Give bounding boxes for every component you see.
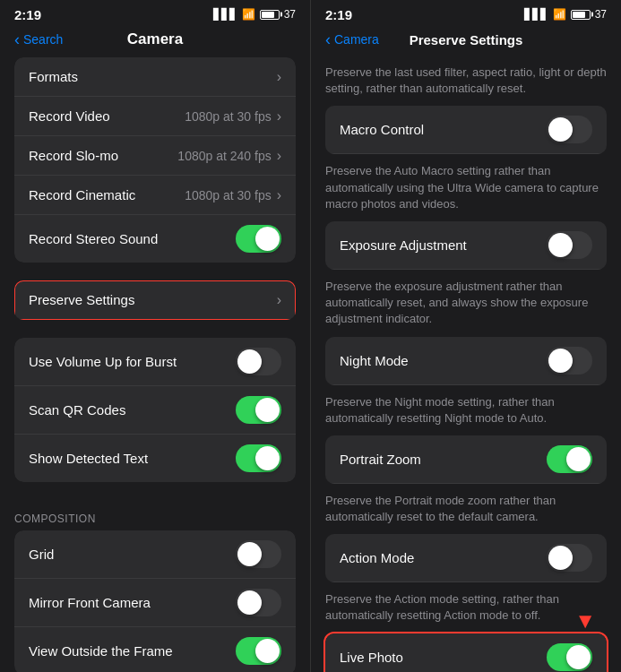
label-action-mode: Action Mode: [340, 550, 414, 565]
row-preserve-settings[interactable]: Preserve Settings ›: [14, 280, 296, 320]
status-bar-left: 2:19 ▋▋▋ 📶 37: [0, 0, 310, 25]
toggle-grid[interactable]: [236, 540, 281, 568]
row-action-mode[interactable]: Action Mode: [325, 534, 607, 582]
wifi-icon: 📶: [242, 8, 255, 21]
toggle-thumb-stereo: [255, 227, 280, 251]
value-record-cinematic: 1080p at 30 fps ›: [185, 187, 281, 203]
page-title-right: Preserve Settings: [410, 32, 523, 47]
status-icons-right: ▋▋▋ 📶 37: [524, 8, 607, 21]
status-time-right: 2:19: [325, 7, 352, 22]
value-preserve-settings: ›: [277, 292, 281, 308]
toggle-show-text[interactable]: [236, 444, 281, 472]
toggle-record-stereo[interactable]: [236, 225, 281, 253]
toggle-thumb-outside: [255, 639, 280, 663]
row-grid[interactable]: Grid: [14, 530, 296, 579]
value-record-slomo: 1080p at 240 fps ›: [177, 148, 281, 164]
toggle-exposure[interactable]: [547, 231, 592, 259]
chevron-record-slomo: ›: [277, 148, 281, 164]
battery-icon: [260, 10, 280, 20]
toggle-volume-burst[interactable]: [236, 348, 281, 375]
back-chevron-right: ‹: [325, 31, 331, 47]
toggle-action-mode[interactable]: [547, 544, 592, 572]
row-night-mode[interactable]: Night Mode: [325, 337, 607, 385]
row-portrait-zoom[interactable]: Portrait Zoom: [325, 435, 607, 484]
label-macro-control: Macro Control: [340, 122, 424, 137]
row-mirror-front[interactable]: Mirror Front Camera: [14, 579, 296, 627]
row-live-photo[interactable]: Live Photo: [325, 633, 607, 672]
toggle-thumb-portrait: [566, 447, 591, 471]
row-scan-qr[interactable]: Scan QR Codes: [14, 386, 296, 435]
toggle-thumb-grid: [237, 542, 262, 566]
section-action-mode: Action Mode: [325, 534, 607, 582]
row-record-video[interactable]: Record Video 1080p at 30 fps ›: [14, 97, 296, 136]
row-exposure[interactable]: Exposure Adjustment: [325, 221, 607, 270]
label-record-cinematic: Record Cinematic: [29, 187, 135, 202]
nav-bar-right: ‹ Camera Preserve Settings: [311, 25, 621, 57]
section-header-composition: COMPOSITION: [0, 500, 310, 530]
row-show-text[interactable]: Show Detected Text: [14, 435, 296, 482]
back-button-right[interactable]: ‹ Camera: [325, 31, 379, 47]
chevron-formats: ›: [277, 69, 281, 85]
signal-icon-right: ▋▋▋: [524, 8, 548, 21]
page-title-left: Camera: [127, 30, 183, 48]
toggle-mirror-front[interactable]: [236, 589, 281, 616]
battery-level-right: 37: [595, 8, 607, 21]
preserve-settings-scroll[interactable]: Preserve the last used filter, aspect ra…: [311, 57, 621, 672]
row-macro-control[interactable]: Macro Control: [325, 106, 607, 154]
toggle-portrait-zoom[interactable]: [547, 445, 592, 473]
section-night-mode: Night Mode: [325, 337, 607, 385]
label-portrait-zoom: Portrait Zoom: [340, 452, 421, 467]
signal-icon: ▋▋▋: [213, 8, 237, 21]
row-record-slomo[interactable]: Record Slo-mo 1080p at 240 fps ›: [14, 136, 296, 176]
toggle-thumb-qr: [255, 398, 280, 422]
label-show-text: Show Detected Text: [29, 451, 148, 466]
nav-bar-left: ‹ Search Camera: [0, 25, 310, 57]
battery-level-left: 37: [284, 8, 296, 21]
toggle-night-mode[interactable]: [547, 347, 592, 375]
left-panel: 2:19 ▋▋▋ 📶 37 ‹ Search Camera Formats ›: [0, 0, 310, 672]
toggle-thumb-burst: [237, 349, 262, 374]
wifi-icon-right: 📶: [553, 8, 566, 21]
value-record-video: 1080p at 30 fps ›: [185, 108, 281, 125]
right-panel: 2:19 ▋▋▋ 📶 37 ‹ Camera Preserve Settings…: [310, 0, 621, 672]
row-record-cinematic[interactable]: Record Cinematic 1080p at 30 fps ›: [14, 176, 296, 215]
label-live-photo: Live Photo: [340, 650, 403, 665]
chevron-record-cinematic: ›: [277, 187, 281, 203]
chevron-record-video: ›: [277, 108, 281, 125]
toggle-thumb-night: [548, 349, 573, 373]
status-time-left: 2:19: [14, 7, 41, 22]
toggle-view-outside[interactable]: [236, 637, 281, 665]
back-button-left[interactable]: ‹ Search: [14, 31, 63, 47]
section-macro-control: Macro Control: [325, 106, 607, 154]
row-label-formats: Formats: [29, 69, 78, 84]
row-record-stereo[interactable]: Record Stereo Sound: [14, 215, 296, 263]
label-view-outside: View Outside the Frame: [29, 643, 173, 659]
toggle-live-photo[interactable]: [547, 643, 592, 671]
battery-icon-right: [571, 10, 591, 20]
live-photo-wrap: ▼ Live Photo: [311, 633, 621, 672]
toggle-thumb-live: [566, 645, 591, 669]
group-composition: Grid Mirror Front Camera View Outside th…: [14, 530, 296, 672]
toggle-thumb-mirror: [237, 590, 262, 615]
label-record-stereo: Record Stereo Sound: [29, 231, 158, 246]
text-record-video: 1080p at 30 fps: [185, 109, 272, 124]
toggle-scan-qr[interactable]: [236, 396, 281, 424]
section-live-photo: Live Photo: [325, 633, 607, 672]
row-view-outside[interactable]: View Outside the Frame: [14, 627, 296, 672]
status-bar-right: 2:19 ▋▋▋ 📶 37: [311, 0, 621, 25]
label-exposure: Exposure Adjustment: [340, 237, 467, 253]
group-burst-qr: Use Volume Up for Burst Scan QR Codes Sh…: [14, 338, 296, 482]
label-night-mode: Night Mode: [340, 353, 409, 368]
back-label-left: Search: [23, 32, 63, 47]
text-record-slomo: 1080p at 240 fps: [177, 149, 271, 163]
row-volume-burst[interactable]: Use Volume Up for Burst: [14, 338, 296, 386]
desc-exposure: Preserve the exposure adjustment rather …: [311, 273, 621, 337]
back-label-right: Camera: [334, 32, 379, 47]
label-record-video: Record Video: [29, 108, 110, 124]
desc-macro-control: Preserve the Auto Macro setting rather t…: [311, 158, 621, 221]
row-formats[interactable]: Formats ›: [14, 57, 296, 97]
text-record-cinematic: 1080p at 30 fps: [185, 188, 272, 202]
group-top: Formats › Record Video 1080p at 30 fps ›…: [14, 57, 296, 263]
toggle-macro-control[interactable]: [547, 116, 592, 143]
desc-night-mode: Preserve the Night mode setting, rather …: [311, 389, 621, 435]
